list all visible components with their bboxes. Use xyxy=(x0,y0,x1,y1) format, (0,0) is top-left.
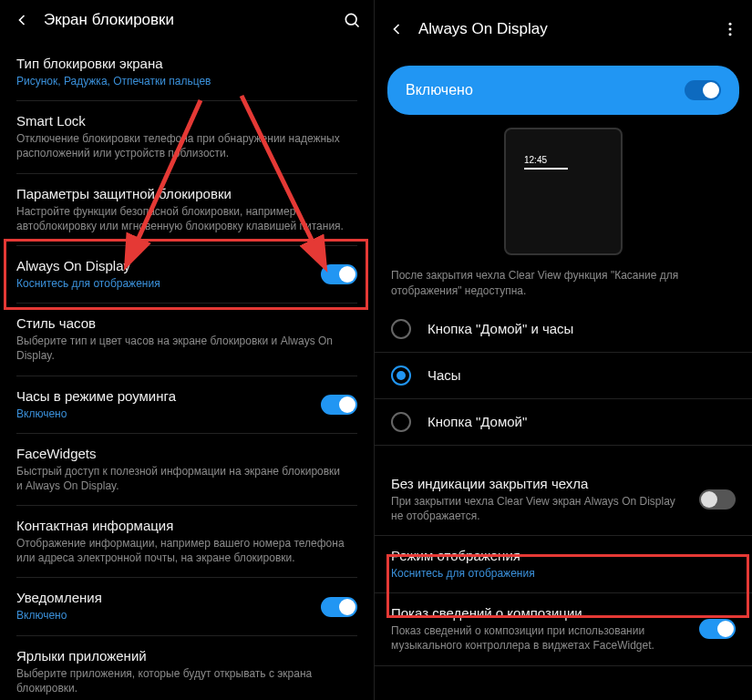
right-header-title: Always On Display xyxy=(418,20,708,38)
item-sub: При закрытии чехла Clear View экран Alwa… xyxy=(391,494,690,523)
setting-row[interactable]: FaceWidgetsБыстрый доступ к полезной инф… xyxy=(16,434,357,506)
left-header: Экран блокировки xyxy=(0,0,374,44)
radio-icon xyxy=(391,319,411,339)
search-icon[interactable] xyxy=(343,11,361,29)
item-title: Параметры защитной блокировки xyxy=(16,186,348,201)
setting-row[interactable]: Always On DisplayКоснитесь для отображен… xyxy=(16,246,357,304)
item-sub: Включено xyxy=(16,608,312,623)
setting-row[interactable]: Показ сведений о композицииПоказ сведени… xyxy=(375,593,752,665)
left-section: Тип блокировки экранаРисунок, Радужка, О… xyxy=(0,44,374,700)
item-title: Уведомления xyxy=(16,590,312,605)
item-title: Always On Display xyxy=(16,258,312,273)
radio-option[interactable]: Кнопка "Домой" xyxy=(375,399,752,446)
radio-icon xyxy=(391,412,411,432)
item-sub: Отключение блокировки телефона при обнар… xyxy=(16,131,348,160)
svg-line-1 xyxy=(355,24,359,27)
svg-point-4 xyxy=(729,33,732,36)
svg-point-2 xyxy=(729,23,732,26)
radio-label: Часы xyxy=(428,367,461,383)
item-sub: Рисунок, Радужка, Отпечатки пальцев xyxy=(16,74,348,88)
item-title: Контактная информация xyxy=(16,518,348,533)
clearview-note: После закрытия чехла Clear View функция … xyxy=(375,255,752,306)
more-icon[interactable] xyxy=(721,20,739,38)
setting-row[interactable]: Параметры защитной блокировкиНастройте ф… xyxy=(16,174,357,246)
item-title: Показ сведений о композиции xyxy=(391,605,690,621)
aod-preview: 12:45 xyxy=(504,128,623,255)
enabled-toggle[interactable] xyxy=(685,80,721,100)
right-header: Always On Display xyxy=(375,0,752,53)
setting-row[interactable]: Без индикации закрытия чехлаПри закрытии… xyxy=(375,464,752,536)
item-sub: Быстрый доступ к полезной информации на … xyxy=(16,464,348,493)
radio-label: Кнопка "Домой" xyxy=(428,414,527,429)
setting-row[interactable]: Режим отображенияКоснитесь для отображен… xyxy=(375,536,752,593)
radio-option[interactable]: Кнопка "Домой" и часы xyxy=(375,306,752,353)
lock-screen-settings-pane: Экран блокировки Тип блокировки экранаРи… xyxy=(0,0,375,700)
item-sub: Коснитесь для отображения xyxy=(391,566,726,581)
preview-time: 12:45 xyxy=(524,155,547,165)
item-sub: Отображение информации, например вашего … xyxy=(16,536,348,565)
setting-row[interactable]: Ярлыки приложенийВыберите приложения, ко… xyxy=(16,636,357,700)
item-title: Без индикации закрытия чехла xyxy=(391,476,690,491)
setting-row[interactable]: УведомленияВключено xyxy=(16,578,357,635)
radio-icon xyxy=(391,365,411,386)
toggle[interactable] xyxy=(699,619,736,639)
preview-line xyxy=(524,168,568,170)
toggle[interactable] xyxy=(321,264,357,284)
item-title: Часы в режиме роуминга xyxy=(16,388,312,404)
enabled-label: Включено xyxy=(406,82,473,98)
svg-point-3 xyxy=(729,28,732,31)
setting-row[interactable]: Smart LockОтключение блокировки телефона… xyxy=(16,101,357,173)
item-sub: Включено xyxy=(16,407,312,421)
setting-row[interactable]: Стиль часовВыберите тип и цвет часов на … xyxy=(16,304,357,376)
radio-option[interactable]: Часы xyxy=(375,353,752,399)
item-title: FaceWidgets xyxy=(16,446,348,461)
toggle[interactable] xyxy=(699,489,736,510)
toggle[interactable] xyxy=(321,395,357,415)
radio-label: Кнопка "Домой" и часы xyxy=(428,321,573,336)
item-sub: Показ сведений о композиции при использо… xyxy=(391,623,690,653)
setting-row[interactable]: Тип блокировки экранаРисунок, Радужка, О… xyxy=(16,44,357,101)
item-sub: Коснитесь для отображения xyxy=(16,276,312,291)
setting-row[interactable]: Контактная информацияОтображение информа… xyxy=(16,506,357,578)
item-sub: Выберите тип и цвет часов на экране блок… xyxy=(16,334,348,363)
item-sub: Настройте функции безопасной блокировки,… xyxy=(16,204,348,233)
aod-settings-pane: Always On Display Включено 12:45 После з… xyxy=(375,0,752,700)
setting-row[interactable]: Часы в режиме роумингаВключено xyxy=(16,376,357,434)
item-title: Ярлыки приложений xyxy=(16,648,348,664)
back-icon[interactable] xyxy=(13,11,31,29)
item-title: Режим отображения xyxy=(391,548,726,563)
back-icon[interactable] xyxy=(387,20,406,38)
item-title: Стиль часов xyxy=(16,315,348,331)
item-title: Smart Lock xyxy=(16,113,348,129)
left-header-title: Экран блокировки xyxy=(44,11,330,29)
item-title: Тип блокировки экрана xyxy=(16,56,348,71)
toggle[interactable] xyxy=(321,597,357,617)
enabled-banner[interactable]: Включено xyxy=(387,66,739,115)
svg-point-0 xyxy=(345,14,356,25)
item-sub: Выберите приложения, которые будут откры… xyxy=(16,666,348,695)
